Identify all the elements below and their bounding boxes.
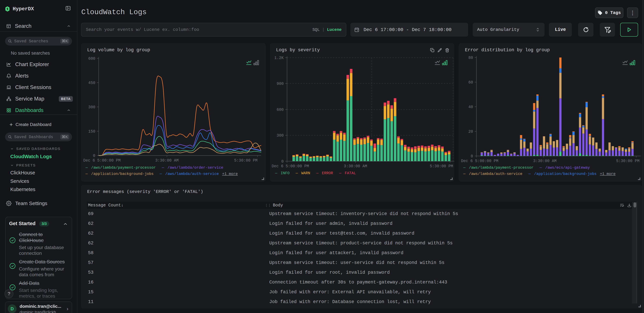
svg-text:60: 60 [468, 80, 473, 85]
svg-text:Dec 6 5:00:00 PM: Dec 6 5:00:00 PM [272, 164, 309, 168]
svg-text:1.2K: 1.2K [274, 56, 284, 60]
svg-text:600: 600 [277, 108, 284, 112]
svg-text:300: 300 [277, 133, 284, 138]
svg-text:20: 20 [468, 130, 473, 134]
svg-text:Dec 6 5:00:00 PM: Dec 6 5:00:00 PM [461, 159, 498, 163]
svg-text:5:30:00 PM: 5:30:00 PM [234, 158, 258, 163]
svg-text:40: 40 [468, 105, 473, 109]
svg-text:80: 80 [468, 56, 473, 60]
svg-text:Dec 6 5:00:00 PM: Dec 6 5:00:00 PM [83, 158, 120, 163]
svg-text:5:30:00 PM: 5:30:00 PM [616, 159, 640, 163]
svg-text:0: 0 [471, 154, 473, 158]
svg-text:3:30:00 AM: 3:30:00 AM [155, 158, 178, 163]
svg-text:600: 600 [88, 56, 95, 61]
svg-text:300: 300 [88, 105, 95, 109]
svg-text:900: 900 [277, 82, 284, 86]
svg-text:5:30:00 PM: 5:30:00 PM [430, 164, 453, 168]
svg-text:0: 0 [281, 159, 284, 164]
svg-text:3:30:00 AM: 3:30:00 AM [344, 164, 367, 168]
svg-text:3:30:00 AM: 3:30:00 AM [533, 159, 556, 163]
svg-text:0: 0 [93, 154, 95, 158]
svg-text:150: 150 [88, 129, 95, 134]
svg-text:450: 450 [88, 81, 95, 85]
